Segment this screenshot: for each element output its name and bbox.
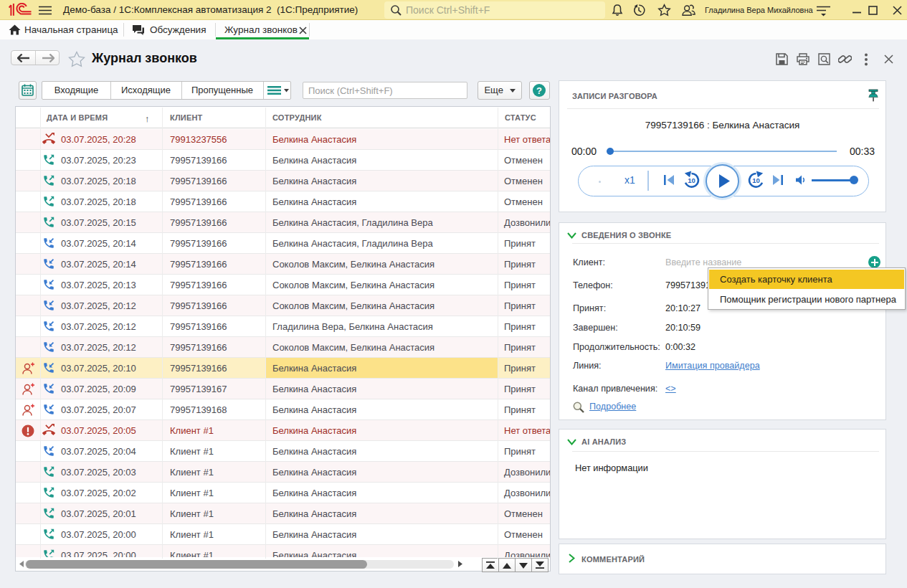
svg-text:10: 10 — [752, 176, 760, 184]
svg-text:?: ? — [536, 85, 542, 96]
svg-text:10: 10 — [688, 176, 695, 184]
